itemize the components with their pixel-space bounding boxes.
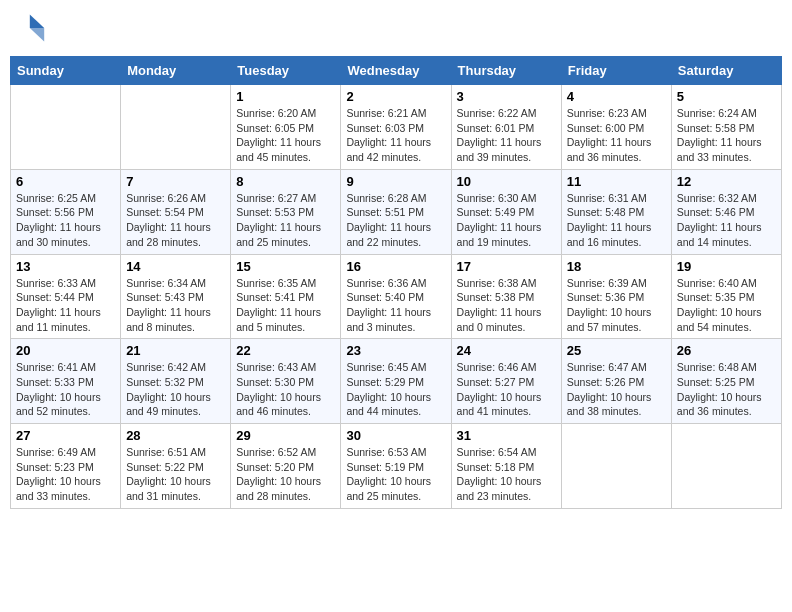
day-info: Sunrise: 6:38 AMSunset: 5:38 PMDaylight:… — [457, 276, 556, 335]
day-number: 13 — [16, 259, 115, 274]
calendar-cell — [11, 85, 121, 170]
day-number: 31 — [457, 428, 556, 443]
calendar-week-1: 1Sunrise: 6:20 AMSunset: 6:05 PMDaylight… — [11, 85, 782, 170]
calendar-week-4: 20Sunrise: 6:41 AMSunset: 5:33 PMDayligh… — [11, 339, 782, 424]
calendar-cell: 29Sunrise: 6:52 AMSunset: 5:20 PMDayligh… — [231, 424, 341, 509]
day-info: Sunrise: 6:42 AMSunset: 5:32 PMDaylight:… — [126, 360, 225, 419]
day-info: Sunrise: 6:31 AMSunset: 5:48 PMDaylight:… — [567, 191, 666, 250]
calendar-cell: 28Sunrise: 6:51 AMSunset: 5:22 PMDayligh… — [121, 424, 231, 509]
calendar-cell: 21Sunrise: 6:42 AMSunset: 5:32 PMDayligh… — [121, 339, 231, 424]
day-number: 2 — [346, 89, 445, 104]
day-number: 23 — [346, 343, 445, 358]
day-number: 27 — [16, 428, 115, 443]
day-info: Sunrise: 6:33 AMSunset: 5:44 PMDaylight:… — [16, 276, 115, 335]
day-info: Sunrise: 6:27 AMSunset: 5:53 PMDaylight:… — [236, 191, 335, 250]
calendar-cell: 18Sunrise: 6:39 AMSunset: 5:36 PMDayligh… — [561, 254, 671, 339]
day-info: Sunrise: 6:45 AMSunset: 5:29 PMDaylight:… — [346, 360, 445, 419]
day-info: Sunrise: 6:51 AMSunset: 5:22 PMDaylight:… — [126, 445, 225, 504]
day-number: 16 — [346, 259, 445, 274]
day-header-tuesday: Tuesday — [231, 57, 341, 85]
day-number: 14 — [126, 259, 225, 274]
day-number: 7 — [126, 174, 225, 189]
day-info: Sunrise: 6:40 AMSunset: 5:35 PMDaylight:… — [677, 276, 776, 335]
day-number: 1 — [236, 89, 335, 104]
calendar-cell: 23Sunrise: 6:45 AMSunset: 5:29 PMDayligh… — [341, 339, 451, 424]
logo — [10, 10, 50, 46]
calendar-cell: 30Sunrise: 6:53 AMSunset: 5:19 PMDayligh… — [341, 424, 451, 509]
calendar-cell: 2Sunrise: 6:21 AMSunset: 6:03 PMDaylight… — [341, 85, 451, 170]
day-info: Sunrise: 6:47 AMSunset: 5:26 PMDaylight:… — [567, 360, 666, 419]
day-info: Sunrise: 6:52 AMSunset: 5:20 PMDaylight:… — [236, 445, 335, 504]
calendar-cell: 4Sunrise: 6:23 AMSunset: 6:00 PMDaylight… — [561, 85, 671, 170]
day-number: 9 — [346, 174, 445, 189]
page-header — [10, 10, 782, 46]
calendar-cell: 19Sunrise: 6:40 AMSunset: 5:35 PMDayligh… — [671, 254, 781, 339]
calendar-cell: 15Sunrise: 6:35 AMSunset: 5:41 PMDayligh… — [231, 254, 341, 339]
day-info: Sunrise: 6:43 AMSunset: 5:30 PMDaylight:… — [236, 360, 335, 419]
calendar-cell: 26Sunrise: 6:48 AMSunset: 5:25 PMDayligh… — [671, 339, 781, 424]
day-header-sunday: Sunday — [11, 57, 121, 85]
day-info: Sunrise: 6:30 AMSunset: 5:49 PMDaylight:… — [457, 191, 556, 250]
calendar-cell — [121, 85, 231, 170]
day-number: 19 — [677, 259, 776, 274]
day-info: Sunrise: 6:35 AMSunset: 5:41 PMDaylight:… — [236, 276, 335, 335]
calendar-cell: 20Sunrise: 6:41 AMSunset: 5:33 PMDayligh… — [11, 339, 121, 424]
logo-icon — [10, 10, 46, 46]
day-number: 28 — [126, 428, 225, 443]
day-info: Sunrise: 6:25 AMSunset: 5:56 PMDaylight:… — [16, 191, 115, 250]
day-info: Sunrise: 6:46 AMSunset: 5:27 PMDaylight:… — [457, 360, 556, 419]
calendar-week-2: 6Sunrise: 6:25 AMSunset: 5:56 PMDaylight… — [11, 169, 782, 254]
day-info: Sunrise: 6:23 AMSunset: 6:00 PMDaylight:… — [567, 106, 666, 165]
day-number: 4 — [567, 89, 666, 104]
calendar-cell: 13Sunrise: 6:33 AMSunset: 5:44 PMDayligh… — [11, 254, 121, 339]
day-info: Sunrise: 6:26 AMSunset: 5:54 PMDaylight:… — [126, 191, 225, 250]
day-info: Sunrise: 6:48 AMSunset: 5:25 PMDaylight:… — [677, 360, 776, 419]
calendar-table: SundayMondayTuesdayWednesdayThursdayFrid… — [10, 56, 782, 509]
day-info: Sunrise: 6:21 AMSunset: 6:03 PMDaylight:… — [346, 106, 445, 165]
calendar-cell: 7Sunrise: 6:26 AMSunset: 5:54 PMDaylight… — [121, 169, 231, 254]
calendar-cell: 22Sunrise: 6:43 AMSunset: 5:30 PMDayligh… — [231, 339, 341, 424]
day-number: 11 — [567, 174, 666, 189]
calendar-cell: 1Sunrise: 6:20 AMSunset: 6:05 PMDaylight… — [231, 85, 341, 170]
calendar-cell: 24Sunrise: 6:46 AMSunset: 5:27 PMDayligh… — [451, 339, 561, 424]
calendar-cell: 27Sunrise: 6:49 AMSunset: 5:23 PMDayligh… — [11, 424, 121, 509]
day-number: 22 — [236, 343, 335, 358]
day-info: Sunrise: 6:32 AMSunset: 5:46 PMDaylight:… — [677, 191, 776, 250]
calendar-cell: 25Sunrise: 6:47 AMSunset: 5:26 PMDayligh… — [561, 339, 671, 424]
day-number: 25 — [567, 343, 666, 358]
calendar-cell: 14Sunrise: 6:34 AMSunset: 5:43 PMDayligh… — [121, 254, 231, 339]
day-info: Sunrise: 6:22 AMSunset: 6:01 PMDaylight:… — [457, 106, 556, 165]
calendar-cell: 6Sunrise: 6:25 AMSunset: 5:56 PMDaylight… — [11, 169, 121, 254]
calendar-cell: 12Sunrise: 6:32 AMSunset: 5:46 PMDayligh… — [671, 169, 781, 254]
calendar-week-3: 13Sunrise: 6:33 AMSunset: 5:44 PMDayligh… — [11, 254, 782, 339]
day-info: Sunrise: 6:54 AMSunset: 5:18 PMDaylight:… — [457, 445, 556, 504]
day-number: 21 — [126, 343, 225, 358]
calendar-cell: 11Sunrise: 6:31 AMSunset: 5:48 PMDayligh… — [561, 169, 671, 254]
day-info: Sunrise: 6:36 AMSunset: 5:40 PMDaylight:… — [346, 276, 445, 335]
calendar-cell: 5Sunrise: 6:24 AMSunset: 5:58 PMDaylight… — [671, 85, 781, 170]
calendar-week-5: 27Sunrise: 6:49 AMSunset: 5:23 PMDayligh… — [11, 424, 782, 509]
day-number: 18 — [567, 259, 666, 274]
day-info: Sunrise: 6:53 AMSunset: 5:19 PMDaylight:… — [346, 445, 445, 504]
day-number: 10 — [457, 174, 556, 189]
day-number: 5 — [677, 89, 776, 104]
calendar-cell: 31Sunrise: 6:54 AMSunset: 5:18 PMDayligh… — [451, 424, 561, 509]
day-info: Sunrise: 6:28 AMSunset: 5:51 PMDaylight:… — [346, 191, 445, 250]
calendar-header-row: SundayMondayTuesdayWednesdayThursdayFrid… — [11, 57, 782, 85]
day-info: Sunrise: 6:34 AMSunset: 5:43 PMDaylight:… — [126, 276, 225, 335]
day-info: Sunrise: 6:39 AMSunset: 5:36 PMDaylight:… — [567, 276, 666, 335]
day-header-saturday: Saturday — [671, 57, 781, 85]
day-header-thursday: Thursday — [451, 57, 561, 85]
calendar-cell: 9Sunrise: 6:28 AMSunset: 5:51 PMDaylight… — [341, 169, 451, 254]
day-number: 3 — [457, 89, 556, 104]
day-number: 24 — [457, 343, 556, 358]
day-header-monday: Monday — [121, 57, 231, 85]
day-number: 20 — [16, 343, 115, 358]
day-number: 8 — [236, 174, 335, 189]
calendar-cell: 16Sunrise: 6:36 AMSunset: 5:40 PMDayligh… — [341, 254, 451, 339]
day-number: 26 — [677, 343, 776, 358]
day-number: 15 — [236, 259, 335, 274]
calendar-cell: 3Sunrise: 6:22 AMSunset: 6:01 PMDaylight… — [451, 85, 561, 170]
day-number: 29 — [236, 428, 335, 443]
calendar-cell — [671, 424, 781, 509]
